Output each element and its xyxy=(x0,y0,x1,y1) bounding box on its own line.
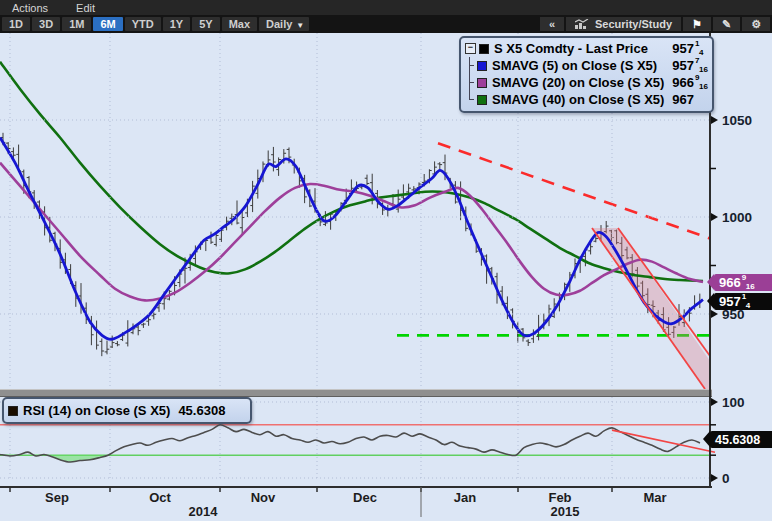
svg-text:Sep: Sep xyxy=(45,490,69,505)
tab-range-5y[interactable]: 5Y xyxy=(192,17,219,31)
rsi-legend-value: 45.6308 xyxy=(178,403,225,418)
legend-row-rsi: RSI (14) on Close (S X5) 45.6308 xyxy=(8,402,225,419)
flag-icon: ⚑ xyxy=(692,17,702,31)
bloomberg-chart-window: Actions Edit 1D 3D 1M 6M YTD 1Y 5Y Max D… xyxy=(0,0,772,521)
annotate-button[interactable]: ✎ xyxy=(713,17,740,31)
badge-arrow xyxy=(707,274,714,290)
svg-text:Oct: Oct xyxy=(149,490,171,505)
collapse-button[interactable]: « xyxy=(540,17,564,31)
svg-text:Dec: Dec xyxy=(353,490,377,505)
chart-icon xyxy=(575,19,590,29)
legend-value: 957716 xyxy=(672,58,706,73)
flag-button[interactable]: ⚑ xyxy=(683,17,711,31)
legend-label: SMAVG (20) on Close (S X5) xyxy=(492,75,664,90)
badge-arrow xyxy=(707,293,714,309)
svg-text:Jan: Jan xyxy=(454,490,476,505)
svg-text:100: 100 xyxy=(722,395,745,410)
smavg40-swatch xyxy=(477,95,487,105)
last-price-badge: 95714 xyxy=(714,293,772,310)
svg-text:2014: 2014 xyxy=(189,504,219,519)
legend-value: 966916 xyxy=(672,75,706,90)
gear-icon: ⚙ xyxy=(751,17,761,31)
legend-value: 967 xyxy=(672,92,706,107)
rsi-legend-label: RSI (14) on Close (S X5) xyxy=(23,403,170,418)
chevron-down-icon: ▼ xyxy=(296,21,304,30)
tab-range-ytd[interactable]: YTD xyxy=(125,17,161,31)
legend-collapse-icon[interactable]: − xyxy=(465,43,476,54)
legend-row-smavg5[interactable]: SMAVG (5) on Close (S X5) 957716 xyxy=(465,57,706,74)
menu-bar: Actions Edit xyxy=(0,0,772,15)
legend-label: SMAVG (5) on Close (S X5) xyxy=(492,58,657,73)
security-study-button[interactable]: Security/Study xyxy=(566,17,681,31)
menu-edit[interactable]: Edit xyxy=(76,2,95,14)
legend-row-smavg20[interactable]: SMAVG (20) on Close (S X5) 966916 xyxy=(465,74,706,91)
rsi-legend[interactable]: RSI (14) on Close (S X5) 45.6308 xyxy=(2,397,252,424)
svg-text:1050: 1050 xyxy=(722,113,752,128)
rsi-value-badge: 45.6308 xyxy=(710,431,772,448)
legend-label: S X5 Comdty - Last Price xyxy=(494,41,648,56)
tab-range-3d[interactable]: 3D xyxy=(32,17,60,31)
svg-text:Nov: Nov xyxy=(251,490,276,505)
tab-range-1d[interactable]: 1D xyxy=(2,17,30,31)
rsi-swatch xyxy=(8,406,18,416)
menu-actions[interactable]: Actions xyxy=(12,2,48,14)
range-tab-bar: 1D 3D 1M 6M YTD 1Y 5Y Max Daily▼ « Secur… xyxy=(0,15,772,33)
smavg20-price-badge: 966916 xyxy=(714,274,772,291)
security-study-label: Security/Study xyxy=(595,17,672,31)
legend-row-last-price[interactable]: − S X5 Comdty - Last Price 95714 xyxy=(465,40,706,57)
smavg5-swatch xyxy=(477,61,487,71)
tab-range-6m[interactable]: 6M xyxy=(93,17,122,31)
toolbar-right-buttons: « Security/Study ⚑ ✎ ⚙ xyxy=(538,17,770,31)
main-chart-legend: − S X5 Comdty - Last Price 95714 SMAVG (… xyxy=(459,36,714,113)
tab-range-1y[interactable]: 1Y xyxy=(163,17,190,31)
tab-range-max[interactable]: Max xyxy=(222,17,257,31)
tree-connector xyxy=(469,74,478,91)
period-label: Daily xyxy=(266,18,292,30)
pencil-icon: ✎ xyxy=(722,17,731,31)
tree-connector xyxy=(469,57,478,74)
tree-connector xyxy=(469,91,478,100)
badge-arrow xyxy=(703,431,710,447)
legend-row-smavg40[interactable]: SMAVG (40) on Close (S X5) 967 xyxy=(465,91,706,108)
tab-range-1m[interactable]: 1M xyxy=(62,17,91,31)
svg-text:1000: 1000 xyxy=(722,210,752,225)
svg-text:Mar: Mar xyxy=(643,490,666,505)
legend-value: 95714 xyxy=(672,41,706,56)
svg-text:Feb: Feb xyxy=(548,490,571,505)
period-dropdown[interactable]: Daily▼ xyxy=(259,17,309,31)
legend-label: SMAVG (40) on Close (S X5) xyxy=(492,92,664,107)
settings-button[interactable]: ⚙ xyxy=(742,17,770,31)
svg-text:2015: 2015 xyxy=(551,504,580,519)
last-price-swatch xyxy=(479,44,489,54)
svg-text:0: 0 xyxy=(722,471,730,486)
smavg20-swatch xyxy=(477,78,487,88)
